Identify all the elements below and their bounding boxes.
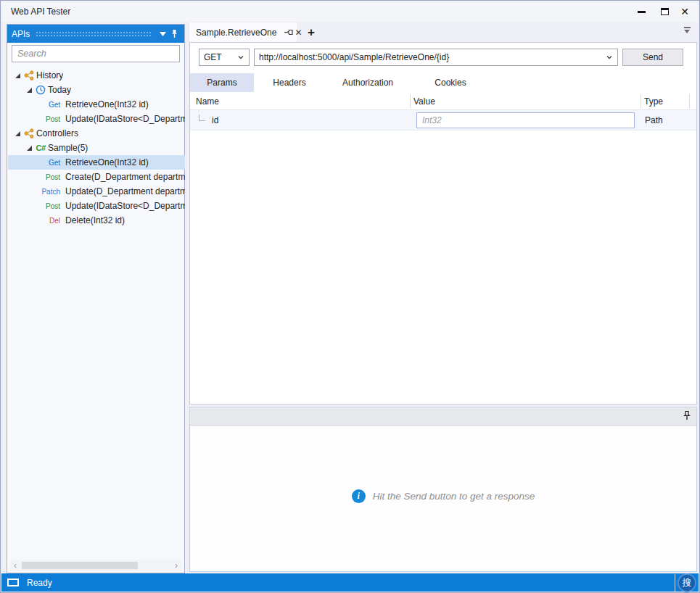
chevron-down-icon (160, 32, 166, 36)
response-panel-header[interactable] (189, 407, 697, 426)
ime-icon: 搜 (678, 573, 696, 592)
column-divider[interactable] (410, 94, 411, 108)
window-list-button[interactable] (681, 27, 693, 37)
column-header-type: Type (644, 92, 663, 110)
response-panel: i Hit the Send button to get a response (189, 426, 697, 572)
url-input[interactable]: http://localhost:5000/api/Sample/Retriev… (254, 49, 618, 66)
tree-item-label: Delete(Int32 id) (65, 215, 125, 225)
maximize-button[interactable] (654, 1, 675, 22)
tree-item-create[interactable]: Post Create(D_Department departme (8, 170, 185, 184)
window-list-icon (684, 27, 691, 28)
tab-label: Headers (273, 78, 305, 88)
tree-item-label: Update(D_Department departm (65, 186, 185, 196)
tree-item-sample[interactable]: C# Sample(5) (8, 141, 185, 155)
chevron-down-icon (237, 54, 244, 61)
tree-item-label: Update(IDataStore<D_Departme (65, 201, 185, 211)
expander-icon[interactable] (26, 87, 33, 94)
close-icon: ✕ (680, 7, 689, 17)
apis-panel-title: APIs (12, 29, 30, 39)
minimize-icon (638, 11, 646, 13)
document-tab-strip: Sample.RetrieveOne ✕ + (189, 22, 697, 42)
status-bar: Ready (1, 573, 699, 592)
response-empty-message: i Hit the Send button to get a response (190, 489, 696, 503)
horizontal-scrollbar[interactable]: ‹ › (10, 560, 181, 571)
tree-item-update-patch[interactable]: Patch Update(D_Department departm (8, 184, 185, 199)
scrollbar-thumb[interactable] (22, 562, 138, 569)
expander-icon[interactable] (15, 130, 21, 137)
tab-authorization[interactable]: Authorization (325, 73, 411, 92)
scroll-right-icon[interactable]: › (171, 560, 181, 571)
tree-item-update-post[interactable]: Post Update(IDataStore<D_Departme (8, 199, 185, 213)
search-input[interactable]: Search (12, 45, 180, 62)
scrollbar-track[interactable] (20, 562, 171, 569)
info-icon: i (352, 489, 366, 503)
tree-item-today[interactable]: Today (8, 83, 185, 97)
method-value: GET (204, 52, 237, 62)
expander-icon[interactable] (26, 145, 33, 152)
tab-pin-button[interactable] (284, 27, 293, 38)
apis-panel-header[interactable]: APIs (7, 25, 184, 43)
close-button[interactable]: ✕ (674, 1, 696, 22)
tree-item-label: RetrieveOne(Int32 id) (65, 157, 149, 167)
tree-item-label: History (36, 70, 63, 80)
tab-cookies[interactable]: Cookies (411, 73, 490, 92)
method-badge-get: Get (41, 159, 60, 167)
request-panel: GET http://localhost:5000/api/Sample/Ret… (189, 42, 697, 405)
apis-sidebar: APIs Search History (7, 24, 185, 573)
tab-label: Authorization (342, 78, 393, 88)
clock-icon (35, 84, 46, 96)
tree-item-history-retrieveone[interactable]: Get RetrieveOne(Int32 id) (8, 97, 185, 112)
ime-indicator[interactable]: 搜 (676, 573, 698, 592)
method-badge-post: Post (41, 202, 60, 210)
tree-item-label: Update(IDataStore<D_Departme (65, 114, 185, 124)
param-type: Path (645, 115, 663, 125)
method-badge-get: Get (41, 101, 60, 109)
panel-pin-button[interactable] (168, 28, 180, 40)
pin-icon (683, 410, 691, 420)
panel-menu-button[interactable] (157, 28, 168, 40)
tab-label: Cookies (435, 78, 466, 88)
method-select[interactable]: GET (199, 49, 250, 66)
tree-item-delete[interactable]: Del Delete(Int32 id) (8, 213, 185, 228)
send-button-label: Send (643, 52, 663, 62)
response-hint-text: Hit the Send button to get a response (373, 491, 535, 502)
minimize-button[interactable] (630, 1, 652, 22)
pin-horizontal-icon (284, 29, 293, 36)
method-badge-delete: Del (41, 217, 60, 225)
method-badge-post: Post (41, 173, 60, 181)
column-header-value: Value (413, 92, 435, 110)
method-badge-post: Post (41, 115, 60, 123)
send-button[interactable]: Send (622, 49, 683, 66)
tree-item-retrieveone-selected[interactable]: Get RetrieveOne(Int32 id) (8, 155, 185, 170)
close-icon: ✕ (295, 28, 302, 38)
api-tree: History Today Get RetrieveOne(Int32 id) (8, 68, 184, 228)
request-subtabs: Params Headers Authorization Cookies (190, 73, 696, 92)
column-divider[interactable] (689, 94, 690, 108)
response-pin-button[interactable] (683, 410, 691, 423)
pin-icon (171, 29, 178, 38)
params-table-header: Name Value Type (190, 92, 696, 110)
tree-item-label: Today (48, 85, 71, 95)
tab-sample-retrieveone[interactable]: Sample.RetrieveOne ✕ (189, 22, 297, 42)
tree-item-label: Controllers (36, 128, 78, 138)
tab-label: Params (207, 78, 236, 88)
new-tab-button[interactable]: + (302, 22, 320, 42)
param-value-input[interactable] (416, 112, 635, 128)
tab-label: Sample.RetrieveOne (196, 28, 276, 38)
method-badge-patch: Patch (41, 188, 60, 196)
tree-branch-icon (199, 115, 205, 121)
tree-item-label: Sample(5) (48, 143, 88, 153)
output-window-icon (7, 579, 19, 586)
scroll-left-icon[interactable]: ‹ (10, 560, 20, 571)
csharp-icon: C# (35, 142, 46, 154)
tab-params[interactable]: Params (190, 73, 254, 92)
tree-item-label: RetrieveOne(Int32 id) (65, 99, 149, 109)
column-divider[interactable] (641, 94, 641, 108)
tree-item-label: Create(D_Department departme (65, 172, 185, 182)
tab-headers[interactable]: Headers (254, 73, 325, 92)
tree-item-history-update[interactable]: Post Update(IDataStore<D_Departme (8, 112, 185, 126)
expander-icon[interactable] (15, 72, 21, 79)
tree-item-controllers[interactable]: Controllers (8, 126, 185, 141)
tab-close-button[interactable]: ✕ (295, 27, 302, 38)
tree-item-history[interactable]: History (8, 68, 185, 83)
